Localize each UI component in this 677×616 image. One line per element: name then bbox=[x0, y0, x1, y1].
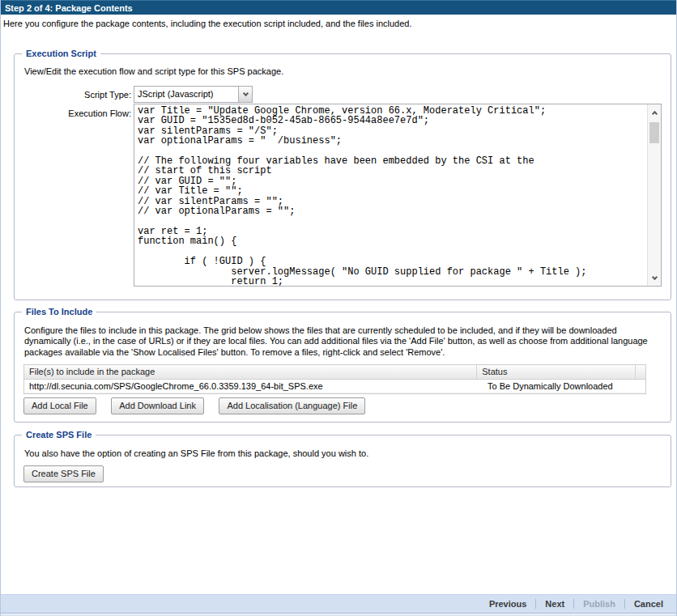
add-local-file-button[interactable]: Add Local File bbox=[23, 397, 96, 414]
scroll-down-button[interactable] bbox=[648, 270, 661, 285]
column-header-file[interactable]: File(s) to include in the package bbox=[24, 365, 477, 379]
execution-flow-script-text[interactable]: var Title = "Update Google Chrome, versi… bbox=[134, 104, 661, 286]
file-url-cell[interactable]: http://dl.secunia.com/SPS/GoogleChrome_6… bbox=[24, 380, 483, 393]
column-header-status[interactable]: Status bbox=[477, 365, 636, 379]
create-sps-legend: Create SPS File bbox=[22, 429, 96, 440]
footer-divider bbox=[535, 599, 536, 609]
next-button[interactable]: Next bbox=[540, 597, 569, 610]
script-type-value: JScript (Javascript) bbox=[134, 87, 252, 99]
create-sps-description: You also have the option of creating an … bbox=[24, 448, 368, 458]
column-header-filler bbox=[636, 365, 645, 379]
package-wizard-panel: Step 2 of 4: Package Contents Here you c… bbox=[0, 0, 677, 616]
execution-flow-label: Execution Flow: bbox=[15, 108, 131, 118]
script-type-dropdown-trigger[interactable] bbox=[238, 87, 252, 102]
files-grid: File(s) to include in the package Status… bbox=[23, 364, 646, 394]
files-button-bar: Add Local File Add Download Link Add Loc… bbox=[23, 397, 377, 414]
cancel-button[interactable]: Cancel bbox=[629, 597, 668, 610]
step-description: Here you configure the package contents,… bbox=[3, 19, 412, 28]
script-type-label: Script Type: bbox=[15, 90, 131, 100]
execution-flow-textarea[interactable]: var Title = "Update Google Chrome, versi… bbox=[134, 104, 662, 287]
add-download-link-button[interactable]: Add Download Link bbox=[111, 397, 204, 414]
chevron-down-icon bbox=[651, 274, 657, 279]
files-to-include-section: Files To Include Configure the files to … bbox=[14, 312, 671, 423]
execution-script-legend: Execution Script bbox=[22, 48, 100, 59]
scroll-up-button[interactable] bbox=[648, 105, 661, 120]
files-to-include-legend: Files To Include bbox=[22, 306, 96, 317]
step-title-bar: Step 2 of 4: Package Contents bbox=[1, 0, 676, 15]
chevron-up-icon bbox=[651, 110, 657, 116]
files-to-include-description: Configure the files to include in this p… bbox=[24, 325, 664, 358]
wizard-footer-bar: Previous Next Publish Cancel bbox=[1, 594, 676, 614]
execution-flow-scrollbar[interactable] bbox=[647, 104, 661, 286]
create-sps-section: Create SPS File You also have the option… bbox=[14, 435, 671, 487]
footer-divider bbox=[624, 599, 625, 609]
chevron-down-icon bbox=[242, 91, 248, 96]
files-grid-header: File(s) to include in the package Status bbox=[24, 365, 645, 380]
previous-button[interactable]: Previous bbox=[484, 597, 531, 610]
execution-script-description: View/Edit the execution flow and script … bbox=[24, 66, 283, 76]
footer-divider bbox=[573, 599, 574, 609]
add-localisation-file-button[interactable]: Add Localisation (Language) File bbox=[219, 397, 365, 414]
status-cell[interactable]: To Be Dynamically Downloaded bbox=[483, 380, 643, 393]
table-row[interactable]: http://dl.secunia.com/SPS/GoogleChrome_6… bbox=[24, 380, 645, 393]
script-type-select[interactable]: JScript (Javascript) bbox=[134, 86, 253, 103]
publish-button: Publish bbox=[578, 597, 620, 610]
create-sps-file-button[interactable]: Create SPS File bbox=[23, 465, 104, 482]
execution-script-section: Execution Script View/Edit the execution… bbox=[14, 53, 671, 300]
scrollbar-thumb[interactable] bbox=[649, 122, 659, 143]
